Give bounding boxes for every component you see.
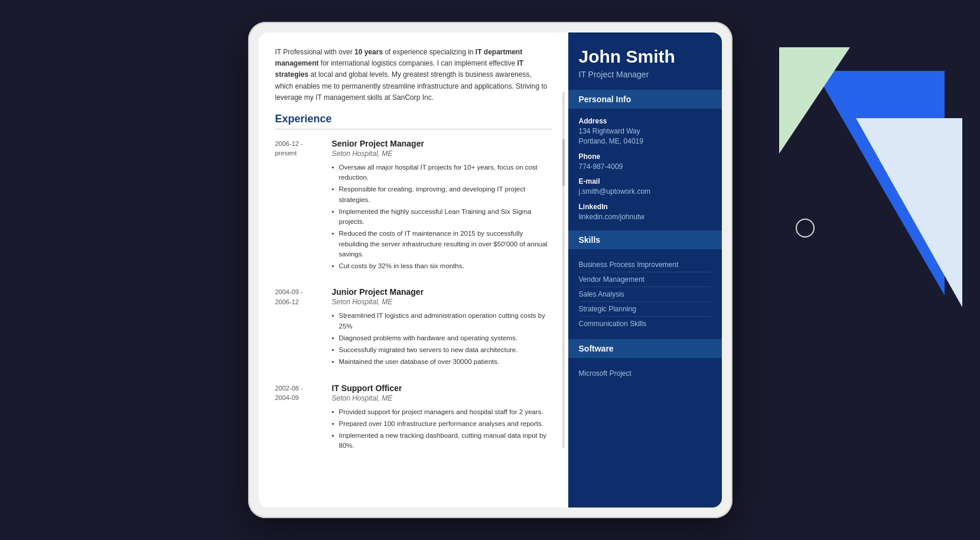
bullet-item: Maintained the user database of over 300… — [332, 357, 552, 367]
experience-date: 2002-08 -2004-09 — [275, 383, 323, 453]
bullets-list: Oversaw all major hospital IT projects f… — [332, 162, 552, 272]
experience-content: IT Support Officer Seton Hospital, ME Pr… — [332, 383, 552, 453]
scrollbar-thumb[interactable] — [562, 139, 565, 186]
decoration-triangle-white — [856, 118, 962, 307]
name-section: John Smith IT Project Manager — [568, 32, 722, 90]
company-name: Seton Hospital, ME — [332, 149, 552, 158]
company-name: Seton Hospital, ME — [332, 394, 552, 402]
experience-entry: 2002-08 -2004-09 IT Support Officer Seto… — [275, 383, 552, 453]
personal-info-header: Personal Info — [568, 90, 722, 109]
bullet-item: Reduced the costs of IT maintenance in 2… — [332, 229, 552, 259]
bullet-item: Cut costs by 32% in less than six months… — [332, 261, 552, 271]
company-name: Seton Hospital, ME — [332, 298, 552, 306]
skills-list: Business Process ImprovementVendor Manag… — [579, 258, 711, 331]
resume-right-panel: John Smith IT Project Manager Personal I… — [568, 32, 722, 508]
experience-list: 2006-12 -present Senior Project Manager … — [275, 139, 552, 453]
job-title: IT Support Officer — [332, 383, 552, 393]
tablet-frame: IT Professional with over 10 years of ex… — [248, 22, 732, 518]
scrollbar[interactable] — [562, 92, 565, 448]
personal-info-body: Address 134 Rightward WayPortland, ME, 0… — [568, 109, 722, 230]
bullet-item: Implemented the highly successful Lean T… — [332, 207, 552, 227]
bullet-item: Provided support for project managers an… — [332, 407, 552, 417]
phone-label: Phone — [579, 152, 711, 161]
skill-item: Business Process Improvement — [579, 258, 711, 272]
job-title: Senior Project Manager — [332, 139, 552, 148]
candidate-name: John Smith — [579, 47, 711, 66]
software-header: Software — [568, 339, 722, 358]
email-label: E-mail — [579, 177, 711, 186]
experience-content: Senior Project Manager Seton Hospital, M… — [332, 139, 552, 274]
linkedin-value: linkedin.com/johnutw — [579, 212, 711, 222]
circle-decoration — [796, 219, 815, 238]
skill-item: Communication Skills — [579, 317, 711, 331]
address-label: Address — [579, 117, 711, 125]
email-value: j.smith@uptowork.com — [579, 187, 711, 197]
decoration-triangle-green — [779, 47, 850, 154]
skill-item: Strategic Planning — [579, 302, 711, 317]
software-item: Microsoft Project — [579, 366, 711, 380]
bullet-item: Successfully migrated two servers to new… — [332, 345, 552, 355]
skills-body: Business Process ImprovementVendor Manag… — [568, 249, 722, 339]
bullets-list: Streamlined IT logistics and administrat… — [332, 311, 552, 367]
experience-entry: 2006-12 -present Senior Project Manager … — [275, 139, 552, 274]
experience-date: 2006-12 -present — [275, 139, 323, 274]
job-title: Junior Project Manager — [332, 287, 552, 297]
summary-paragraph: IT Professional with over 10 years of ex… — [275, 47, 552, 103]
bullets-list: Provided support for project managers an… — [332, 407, 552, 451]
skills-header: Skills — [568, 230, 722, 249]
tablet-screen: IT Professional with over 10 years of ex… — [259, 32, 722, 508]
experience-entry: 2004-09 -2006-12 Junior Project Manager … — [275, 287, 552, 369]
phone-value: 774-987-4009 — [579, 162, 711, 172]
address-value: 134 Rightward WayPortland, ME, 04019 — [579, 126, 711, 147]
software-body: Microsoft Project — [568, 358, 722, 389]
bullet-item: Diagnosed problems with hardware and ope… — [332, 333, 552, 343]
candidate-title: IT Project Manager — [579, 70, 711, 79]
experience-date: 2004-09 -2006-12 — [275, 287, 323, 369]
resume-left-panel: IT Professional with over 10 years of ex… — [259, 32, 568, 508]
bullet-item: Streamlined IT logistics and administrat… — [332, 311, 552, 331]
bullet-item: Implemented a new tracking dashboard, cu… — [332, 431, 552, 451]
bullet-item: Oversaw all major hospital IT projects f… — [332, 162, 552, 183]
skill-item: Vendor Management — [579, 272, 711, 287]
experience-section-title: Experience — [275, 113, 552, 129]
software-list: Microsoft Project — [579, 366, 711, 380]
skill-item: Sales Analysis — [579, 287, 711, 302]
experience-content: Junior Project Manager Seton Hospital, M… — [332, 287, 552, 369]
linkedin-label: LinkedIn — [579, 203, 711, 211]
bullet-item: Prepared over 100 infrastructure perform… — [332, 419, 552, 429]
bullet-item: Responsible for creating, improving, and… — [332, 184, 552, 205]
